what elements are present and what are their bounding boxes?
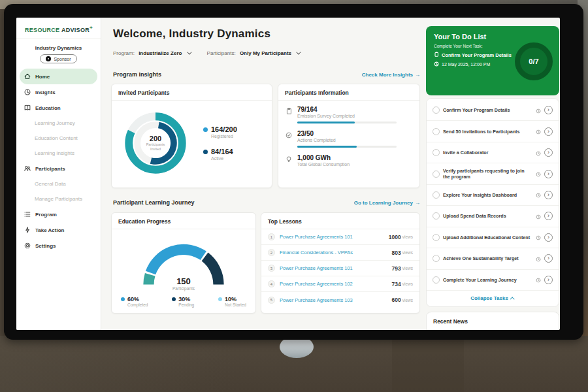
sidebar-item-label: Settings [35, 243, 56, 249]
task-checkbox[interactable] [433, 255, 440, 262]
task-go-button[interactable]: › [544, 254, 553, 263]
lesson-link[interactable]: Power Purchase Agreements 101 [280, 265, 392, 271]
gauge-center-value: 150 [128, 276, 239, 286]
actions-completed-value: 23/50 [297, 130, 397, 137]
global-consumption-value: 1,000 GWh [297, 154, 350, 161]
invited-participants-body: 200 Participants Invited 164/200 Registe… [112, 101, 272, 186]
sidebar-item-manage-participants[interactable]: Manage Participants [16, 191, 101, 206]
task-checkbox[interactable] [433, 171, 440, 178]
task-checkbox[interactable] [433, 191, 440, 199]
task-go-button[interactable]: › [544, 233, 553, 242]
participants-information-card: Participants Information 79/164 Emission… [278, 84, 420, 188]
task-checkbox[interactable] [433, 106, 440, 114]
chevron-down-icon [187, 50, 191, 55]
task-time-icon [536, 168, 541, 180]
task-row-achieve-one-sustainability-target[interactable]: Achieve One Sustainability Target› [427, 248, 559, 269]
sidebar-item-label: Education [35, 105, 61, 111]
sidebar-item-participants[interactable]: Participants [16, 161, 101, 176]
task-row-confirm-your-program-details[interactable]: Confirm Your Program Details› [427, 100, 559, 121]
sidebar-item-take-action[interactable]: Take Action [16, 222, 101, 238]
program-filter[interactable]: Program: Industrialize Zero [113, 50, 190, 56]
sidebar-item-settings[interactable]: Settings [16, 238, 101, 253]
task-row-verify-participants-requesting-to-join-t[interactable]: Verify participants requesting to join t… [427, 163, 559, 184]
task-row-send-50-invitations-to-participants[interactable]: Send 50 Invitations to Participants› [427, 121, 559, 142]
sidebar-item-education[interactable]: Education [16, 100, 101, 116]
legend-not-started: 10%Not Started [218, 296, 246, 307]
task-go-button[interactable]: › [544, 212, 553, 220]
filter-bar: Program: Industrialize Zero Participants… [113, 50, 299, 56]
sidebar-item-label: Insights [35, 90, 56, 95]
task-label: Verify participants requesting to join t… [443, 168, 532, 180]
todo-next-task[interactable]: Confirm Your Program Details [434, 52, 512, 58]
task-row-upload-spend-data-records[interactable]: Upload Spend Data Records› [427, 206, 559, 227]
task-checkbox[interactable] [433, 149, 440, 156]
sidebar-item-learning-insights[interactable]: Learning Insights [16, 146, 101, 161]
sidebar-item-education-content[interactable]: Education Content [16, 131, 101, 146]
invited-legend: 164/200 Registered 84/164 Active [203, 125, 237, 161]
collapse-tasks-link[interactable]: Collapse Tasks [427, 291, 559, 305]
lesson-link[interactable]: Power Purchase Agreements 101 [280, 234, 389, 240]
todo-subtitle: Complete Your Next Task: [434, 44, 512, 48]
task-row-complete-your-learning-journey[interactable]: Complete Your Learning Journey› [427, 270, 559, 291]
gauge-center-label: Participants [128, 286, 239, 291]
task-go-button[interactable]: › [544, 127, 553, 136]
task-go-button[interactable]: › [544, 106, 553, 114]
org-name: Industry Dynamics [16, 45, 101, 51]
sidebar-item-home[interactable]: Home [20, 69, 97, 84]
sidebar-item-learning-journey[interactable]: Learning Journey [16, 116, 101, 131]
legend-label: Completed [127, 302, 148, 307]
check-more-insights-link[interactable]: Check More Insights→ [362, 72, 420, 78]
lesson-link[interactable]: Financial Considerations - VPPAs [280, 250, 392, 255]
task-row-invite-a-collaborator[interactable]: Invite a Collaborator› [427, 142, 559, 163]
todo-task-list: Confirm Your Program Details›Send 50 Inv… [426, 98, 559, 307]
lesson-link[interactable]: Power Purchase Agreements 102 [280, 281, 392, 287]
app-logo: RESOURCE ADVISOR+ [16, 18, 101, 39]
program-filter-value: Industrialize Zero [139, 50, 182, 56]
lesson-link[interactable]: Power Purchase Agreements 103 [280, 297, 392, 303]
task-label: Send 50 Invitations to Participants [443, 129, 532, 135]
sidebar-item-insights[interactable]: Insights [16, 84, 101, 100]
lesson-row: 1Power Purchase Agreements 1011000views [261, 229, 419, 245]
gauge-segment-completed [151, 250, 204, 273]
insights-icon [24, 88, 31, 96]
task-label: Invite a Collaborator [443, 150, 532, 155]
participants-information-title: Participants Information [278, 84, 419, 101]
task-label: Complete Your Learning Journey [443, 277, 532, 283]
task-go-button[interactable]: › [544, 276, 553, 284]
task-label: Confirm Your Program Details [443, 107, 532, 113]
lesson-views-count: 793 [392, 265, 401, 272]
task-row-explore-your-insights-dashboard[interactable]: Explore Your Insights Dashboard› [427, 185, 559, 206]
learning-journey-title: Participant Learning Journey [113, 199, 195, 206]
go-to-learning-journey-link[interactable]: Go to Learning Journey→ [354, 200, 420, 206]
task-go-button[interactable]: › [544, 148, 553, 157]
participants-filter-label: Participants: [207, 50, 236, 56]
lesson-row: 5Power Purchase Agreements 103600views [261, 292, 419, 308]
program-insights-header: Program Insights Check More Insights→ [113, 71, 420, 78]
task-time-icon [536, 189, 541, 201]
logo-part-2: ADVISOR [61, 27, 90, 33]
lesson-row: 4Power Purchase Agreements 102734views [261, 276, 419, 292]
task-go-button[interactable]: › [544, 191, 553, 199]
task-checkbox[interactable] [433, 276, 440, 284]
task-checkbox[interactable] [433, 234, 440, 241]
task-go-button[interactable]: › [544, 170, 553, 178]
registered-label: Registered [211, 134, 237, 139]
legend-active: 84/164 Active [203, 148, 237, 161]
program-icon [24, 210, 31, 218]
invited-participants-title: Invited Participants [112, 84, 272, 101]
lesson-rank: 2 [268, 249, 275, 256]
sidebar-item-general-data[interactable]: General Data [16, 176, 101, 191]
education-progress-legend: 60%Completed30%Pending10%Not Started [112, 291, 255, 307]
sidebar-item-label: Learning Insights [35, 150, 74, 156]
sponsor-badge: Sponsor [40, 54, 76, 63]
emission-survey-row: 79/164 Emission Survey Completed [278, 101, 419, 125]
task-checkbox[interactable] [433, 128, 440, 135]
participants-filter[interactable]: Participants: Only My Participants [207, 50, 300, 56]
settings-icon [24, 242, 31, 250]
sidebar-item-label: Participants [35, 166, 65, 172]
task-checkbox[interactable] [433, 212, 440, 220]
legend-completed: 60%Completed [121, 296, 148, 307]
task-row-upload-additional-educational-content[interactable]: Upload Additional Educational Content› [427, 227, 559, 248]
sidebar-item-program[interactable]: Program [16, 206, 101, 222]
lesson-rank: 1 [268, 233, 275, 240]
